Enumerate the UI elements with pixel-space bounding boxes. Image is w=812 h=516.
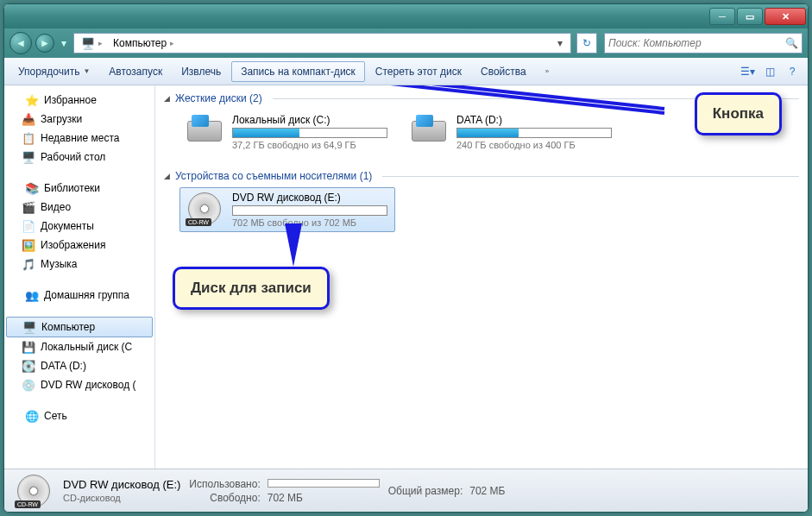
- sidebar-item-documents[interactable]: 📄Документы: [4, 217, 154, 236]
- sidebar-item-drive-c[interactable]: 💾Локальный диск (C: [4, 337, 154, 356]
- titlebar: ─ ▭ ✕: [4, 4, 808, 28]
- preview-pane-button[interactable]: ◫: [759, 61, 780, 82]
- back-button[interactable]: ◄: [9, 32, 32, 54]
- nav-history-dropdown[interactable]: ▾: [58, 35, 70, 52]
- organize-button[interactable]: Упорядочить▼: [9, 62, 98, 81]
- sidebar-item-music[interactable]: 🎵Музыка: [4, 255, 154, 274]
- hdd-icon: [408, 114, 450, 148]
- network-icon: 🌐: [25, 409, 39, 423]
- close-button[interactable]: ✕: [765, 8, 806, 25]
- homegroup-icon: 👥: [25, 288, 39, 302]
- sidebar-item-desktop[interactable]: 🖥️Рабочий стол: [4, 148, 154, 167]
- sidebar-network[interactable]: 🌐Сеть: [4, 406, 154, 425]
- status-used-label: Использовано:: [189, 478, 260, 490]
- address-bar[interactable]: 🖥️▸ Компьютер ▸ ▾: [73, 33, 571, 53]
- burn-button[interactable]: Запись на компакт-диск: [231, 61, 365, 82]
- sidebar-libraries[interactable]: 📚Библиотеки: [4, 179, 154, 198]
- library-icon: 📚: [25, 181, 39, 195]
- music-icon: 🎵: [22, 257, 35, 271]
- search-icon[interactable]: 🔍: [785, 37, 798, 49]
- status-title: DVD RW дисковод (E:): [63, 478, 180, 491]
- breadcrumb-label: Компьютер: [113, 37, 167, 49]
- search-box[interactable]: 🔍: [604, 33, 803, 53]
- sidebar-homegroup[interactable]: 👥Домашняя группа: [4, 286, 154, 305]
- category-removable-header[interactable]: ◢Устройства со съемными носителями (1): [164, 168, 799, 184]
- status-subtitle: CD-дисковод: [63, 493, 180, 503]
- erase-button[interactable]: Стереть этот диск: [367, 62, 470, 81]
- navbar: ◄ ► ▾ 🖥️▸ Компьютер ▸ ▾ ↻ 🔍: [4, 28, 808, 58]
- view-button[interactable]: ☰▾: [737, 61, 758, 82]
- drive-e[interactable]: CD-RW DVD RW дисковод (E:) 702 МБ свобод…: [179, 187, 395, 232]
- toolbar: Упорядочить▼ Автозапуск Извлечь Запись н…: [4, 58, 808, 85]
- status-free-label: Свободно:: [189, 492, 260, 504]
- address-dropdown[interactable]: ▾: [551, 35, 569, 52]
- forward-button[interactable]: ►: [35, 34, 54, 53]
- drive-icon: 💾: [22, 340, 35, 354]
- capacity-bar: [232, 205, 387, 216]
- desktop-icon: 🖥️: [22, 150, 35, 164]
- drive-free: 37,2 ГБ свободно из 64,9 ГБ: [232, 140, 391, 150]
- download-icon: 📥: [22, 112, 35, 126]
- status-total-label: Общий размер:: [388, 485, 463, 497]
- drive-free: 240 ГБ свободно из 400 ГБ: [456, 140, 615, 150]
- callout-disc: Диск для записи: [173, 267, 330, 310]
- sidebar: ⭐Избранное 📥Загрузки 📋Недавние места 🖥️Р…: [4, 85, 155, 469]
- sidebar-item-recent[interactable]: 📋Недавние места: [4, 129, 154, 148]
- status-used-bar: [268, 479, 380, 488]
- document-icon: 📄: [22, 219, 35, 233]
- explorer-window: ─ ▭ ✕ ◄ ► ▾ 🖥️▸ Компьютер ▸ ▾ ↻ 🔍 Упоряд…: [3, 3, 809, 513]
- cd-icon: CD-RW: [184, 192, 225, 226]
- sidebar-item-drive-d[interactable]: 💽DATA (D:): [4, 356, 154, 375]
- sidebar-item-drive-e[interactable]: 💿DVD RW дисковод (: [4, 375, 154, 394]
- drive-free: 702 МБ свободно из 702 МБ: [232, 217, 391, 228]
- drive-d[interactable]: DATA (D:) 240 ГБ свободно из 400 ГБ: [404, 110, 620, 154]
- maximize-button[interactable]: ▭: [737, 8, 763, 25]
- cd-icon: 💿: [22, 378, 35, 392]
- computer-icon: 🖥️: [22, 320, 36, 334]
- picture-icon: 🖼️: [22, 238, 35, 252]
- autoplay-button[interactable]: Автозапуск: [100, 62, 171, 81]
- star-icon: ⭐: [25, 93, 39, 107]
- status-bar: CD-RW DVD RW дисковод (E:) CD-дисковод И…: [4, 469, 808, 512]
- capacity-bar: [456, 128, 612, 138]
- toolbar-overflow[interactable]: »: [537, 64, 557, 79]
- help-button[interactable]: ?: [782, 61, 803, 82]
- content-area: ⭐Избранное 📥Загрузки 📋Недавние места 🖥️Р…: [4, 85, 808, 469]
- status-cd-icon: CD-RW: [13, 474, 54, 508]
- breadcrumb-root[interactable]: 🖥️▸: [76, 35, 108, 52]
- properties-button[interactable]: Свойства: [472, 62, 535, 81]
- sidebar-item-downloads[interactable]: 📥Загрузки: [4, 110, 154, 129]
- status-total-value: 702 МБ: [469, 485, 505, 497]
- capacity-bar: [232, 128, 387, 138]
- category-removable: ◢Устройства со съемными носителями (1) C…: [164, 168, 799, 236]
- sidebar-item-video[interactable]: 🎬Видео: [4, 198, 154, 217]
- drive-icon: 💽: [22, 359, 35, 373]
- drive-name: DATA (D:): [456, 114, 615, 126]
- video-icon: 🎬: [22, 200, 35, 214]
- breadcrumb-location[interactable]: Компьютер ▸: [108, 35, 179, 51]
- sidebar-computer[interactable]: 🖥️Компьютер: [6, 317, 153, 337]
- search-input[interactable]: [608, 37, 785, 49]
- status-free-value: 702 МБ: [268, 492, 380, 504]
- hdd-icon: [184, 114, 225, 148]
- minimize-button[interactable]: ─: [709, 8, 735, 25]
- main-pane: ◢Жесткие диски (2) Локальный диск (C:) 3…: [155, 85, 808, 469]
- sidebar-item-pictures[interactable]: 🖼️Изображения: [4, 236, 154, 255]
- drive-c[interactable]: Локальный диск (C:) 37,2 ГБ свободно из …: [179, 110, 395, 154]
- drive-name: Локальный диск (C:): [232, 114, 391, 126]
- sidebar-favorites[interactable]: ⭐Избранное: [4, 91, 154, 110]
- drive-name: DVD RW дисковод (E:): [232, 192, 391, 204]
- eject-button[interactable]: Извлечь: [173, 62, 230, 81]
- recent-icon: 📋: [22, 131, 35, 145]
- refresh-button[interactable]: ↻: [576, 33, 597, 53]
- computer-icon: 🖥️: [81, 36, 95, 50]
- callout-button: Кнопка: [695, 92, 782, 135]
